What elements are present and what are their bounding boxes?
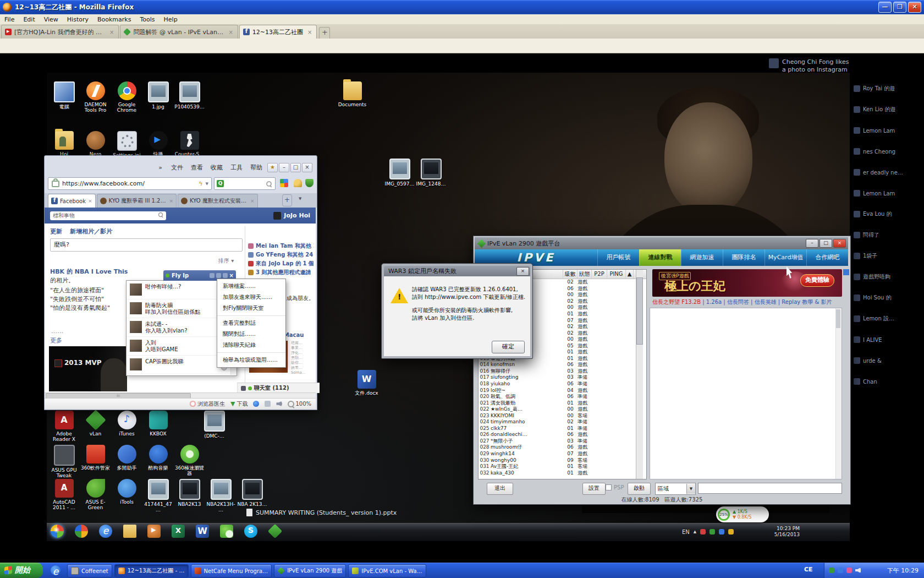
desktop-icon[interactable]: KKBOX	[142, 411, 174, 442]
player-row[interactable]: 024 timyimmanho 02 準備	[479, 419, 646, 426]
desktop-icon[interactable]: Documents	[337, 81, 368, 107]
post-image-mvp[interactable]: 2013 MVP	[49, 346, 127, 391]
free-trial-button[interactable]: 免費體驗	[800, 274, 834, 287]
desktop-icon[interactable]: NBA2K13H-…	[205, 479, 237, 512]
exit-button[interactable]: 退出	[487, 483, 513, 495]
menu-item[interactable]: 收藏	[207, 162, 227, 173]
table-scrollbar-thumb[interactable]	[636, 277, 643, 345]
menu-option[interactable]: 清除聊天紀錄	[217, 340, 285, 351]
desktop-icon[interactable]: 360極速瀏覽器	[174, 445, 205, 478]
chat-sidebar-item[interactable]: 問得了	[854, 225, 923, 246]
taskbar-app-icon[interactable]	[172, 525, 185, 538]
video-icon[interactable]	[216, 273, 221, 278]
player-row[interactable]: 028 mushroom仔 06 遊戲	[479, 444, 646, 451]
vlan-title-bar[interactable]: IPvE vLan 2900 遊戲平台 – □ ×	[475, 237, 848, 249]
panel-scrollbar-thumb[interactable]	[836, 309, 840, 328]
tab-close-icon[interactable]: ×	[108, 29, 115, 35]
chat-sidebar-item[interactable]: urde &	[854, 350, 923, 371]
inner-url-bar[interactable]: https://www.facebook.com/ ϟ ▼	[48, 177, 212, 190]
player-row[interactable]: 018 yiukaho 06 準備	[479, 381, 646, 388]
chat-sidebar-item[interactable]: Lemon Lam	[854, 120, 923, 141]
vlan-tab[interactable]: 用戶帳號	[597, 249, 639, 266]
tray-icon[interactable]	[838, 568, 843, 573]
minimize-button[interactable]: –	[806, 239, 818, 248]
tab-close-icon[interactable]: ×	[227, 29, 234, 35]
player-row[interactable]: 016 無聊得仔 03 遊戲	[479, 368, 646, 375]
menu-option[interactable]: 新增檔案……	[217, 281, 285, 292]
column-header[interactable]: PING	[607, 270, 626, 279]
chat-sidebar-item[interactable]: Lemon Lam	[854, 183, 923, 204]
language-indicator[interactable]: EN	[682, 529, 690, 535]
dropdown-arrow-icon[interactable]: ▼	[686, 484, 695, 494]
taskbar-button[interactable]: IPvE.COM vLan - Wa…	[348, 564, 426, 577]
checkbox[interactable]	[606, 484, 612, 490]
chat-sidebar-item[interactable]: 遊戲野唔夠	[854, 266, 923, 287]
chat-sidebar-item[interactable]: Ken Lio 的遊	[854, 99, 923, 120]
ok-button[interactable]: 確定	[492, 341, 525, 353]
player-row[interactable]: 031 Av王國-王妃 01 客場	[479, 464, 646, 470]
vlan-tab[interactable]: 團隊排名	[723, 249, 765, 266]
speaker-icon[interactable]	[276, 401, 282, 407]
new-tab-button[interactable]: +	[319, 27, 330, 39]
add-friend-icon[interactable]	[210, 273, 215, 278]
dialog-title-bar[interactable]: WAR3 鎖定用戶名稱失敗	[384, 266, 530, 276]
taskbar-app-icon[interactable]	[99, 525, 112, 538]
inner-clock[interactable]: 10:23 PM 5/16/2013	[774, 526, 804, 538]
menu-item[interactable]: 文件	[167, 162, 187, 173]
menu-item[interactable]: Bookmarks	[93, 15, 135, 24]
panel-scrollbar[interactable]	[835, 308, 842, 479]
player-row[interactable]: 027 *無限小子 03 準備	[479, 438, 646, 445]
panel-icon[interactable]	[265, 401, 271, 407]
chat-sidebar-item[interactable]: nes Cheong	[854, 141, 923, 162]
tray-icon[interactable]	[700, 529, 706, 535]
inner-facebook-user[interactable]: JoJo Hoi	[273, 212, 316, 220]
menu-item[interactable]: View	[40, 15, 63, 24]
menu-item[interactable]: Help	[160, 15, 182, 24]
menu-option[interactable]: 查看完整對話	[217, 318, 285, 329]
search-icon[interactable]	[266, 181, 272, 187]
desktop-icon[interactable]: iTunes	[111, 411, 142, 442]
desktop-icon[interactable]: Google Chrome	[111, 81, 142, 113]
password-key-icon[interactable]	[294, 179, 302, 187]
menu-item[interactable]: File	[0, 15, 19, 24]
player-row[interactable]: 025 clkk77 01 準備	[479, 426, 646, 432]
url-dropdown-icon[interactable]: ▼	[203, 182, 211, 186]
player-row[interactable]: 017 siufongting 03 準備	[479, 374, 646, 381]
chat-sidebar-item[interactable]: Chan	[854, 371, 923, 392]
browser-doctor-button[interactable]: 浏览器医生	[190, 400, 225, 408]
player-row[interactable]: 022 ★wInGs_葛… 00 遊戲	[479, 406, 646, 413]
sidebar-notification[interactable]: Go YFeng 和其他 24 人	[248, 250, 314, 259]
sidebar-notification[interactable]: 來自 JoJo Lap 的 1 個…	[248, 259, 314, 268]
tab-close-icon[interactable]: ×	[88, 198, 92, 204]
player-row[interactable]: 032 kaka_430 01 遊戲	[479, 470, 646, 476]
browser-tab[interactable]: 12~13高二乙社團 ×	[239, 25, 317, 39]
taskbar-app-icon[interactable]	[51, 525, 64, 538]
column-header[interactable]: P2P	[592, 270, 607, 279]
menu-option[interactable]: 對Fly關閉聊天室	[217, 303, 285, 314]
other-links[interactable]: | 1.26a | 信長問答 | 信長英雄 | Replay 教學 & 影片	[701, 299, 832, 305]
menu-option[interactable]: 檢舉為垃圾或濫用……	[217, 355, 285, 366]
banner-ad[interactable]: 後宮强P遊戲 極上の王妃 免費體驗	[652, 269, 842, 297]
tray-expand-icon[interactable]: ▲	[694, 530, 696, 534]
search-engine-icon[interactable]: Q	[217, 180, 224, 187]
clock[interactable]: 下午 10:29	[887, 566, 924, 575]
tab-add-photo[interactable]: 新增相片／影片	[70, 227, 112, 236]
status-composer-input[interactable]: 麼嗎?	[50, 238, 243, 252]
tray-icon[interactable]	[710, 529, 715, 535]
desktop-icon[interactable]: 酷狗音樂	[142, 445, 174, 478]
vlan-tab[interactable]: 合作網吧	[806, 249, 848, 266]
ie-icon[interactable]	[253, 401, 259, 407]
desktop-icon[interactable]: Adobe Reader X	[48, 411, 80, 442]
taskbar-button[interactable]: 12~13高二乙社團 - …	[114, 564, 189, 577]
tray-icon[interactable]	[719, 529, 724, 535]
menu-item[interactable]: History	[63, 15, 93, 24]
menu-item[interactable]: Edit	[19, 15, 39, 24]
desktop-icon[interactable]: 文件.docx	[351, 370, 382, 396]
post-title-link[interactable]: HBK 的 NBA I Love This	[50, 268, 166, 276]
taskbar-app-icon[interactable]	[196, 525, 209, 538]
desktop-icon[interactable]: 417441_47…	[142, 479, 174, 512]
inner-tab[interactable]: KYO 魔獸爭霸 III 1.26a … ×	[97, 194, 177, 208]
quickshare-icon[interactable]: ϟ	[199, 180, 202, 187]
new-tab-button[interactable]: +	[282, 194, 292, 206]
desktop-icon[interactable]: IMG_1248…	[415, 159, 447, 187]
